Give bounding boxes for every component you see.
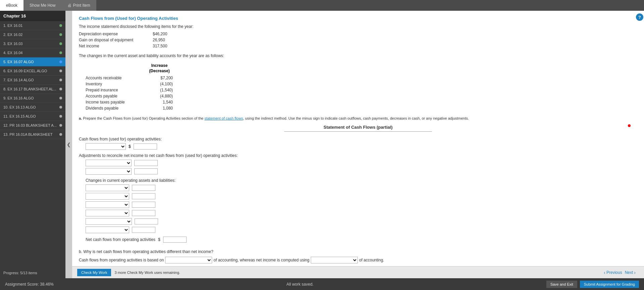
- sidebar-item-1[interactable]: 1. EX 16.01: [0, 21, 65, 30]
- increase-header: Increase(Decrease): [146, 63, 173, 74]
- table-row: Inventory (4,100): [79, 82, 637, 86]
- status-dot: [59, 133, 62, 136]
- part-b-section: b. Why is net cash flows from operating …: [79, 249, 637, 263]
- sidebar-item-label: 4. EX 16.04: [3, 51, 23, 55]
- save-exit-button[interactable]: Save and Exit: [546, 281, 577, 288]
- sidebar-item-12[interactable]: 12. PR 16.03 BLANKSHEET A...: [0, 121, 65, 130]
- content-scroll: Cash Flows from (Used for) Operating Act…: [72, 11, 644, 266]
- cash-flows-section: Cash flows from (used for) operating act…: [79, 137, 637, 150]
- adjustments-label: Adjustments to reconcile net income to n…: [79, 153, 637, 158]
- sidebar-item-3[interactable]: 3. EX 16.03: [0, 39, 65, 48]
- ebook-tab[interactable]: eBook: [0, 0, 23, 11]
- adjustments-section: Adjustments to reconcile net income to n…: [79, 153, 637, 175]
- change-row-1: Accounts receivable: [79, 184, 637, 191]
- footer-actions: Save and Exit Submit Assignment for Grad…: [546, 281, 639, 288]
- sidebar-item-6[interactable]: 6. EX 16.09 EXCEL.ALGO: [0, 67, 65, 76]
- table-row: Dividends payable 1,080: [79, 106, 637, 111]
- accounting-type-2[interactable]: cash basis accrual basis: [311, 257, 358, 263]
- net-income-row: Net income $: [79, 143, 637, 150]
- change-input-3[interactable]: [132, 202, 155, 208]
- footer: Assignment Score: 38.46% All work saved.…: [0, 278, 644, 290]
- sidebar-item-4[interactable]: 4. EX 16.04: [0, 48, 65, 57]
- instruction-text: a. Prepare the Cash Flows from (used for…: [79, 116, 637, 121]
- changes-intro: The changes in the current asset and lia…: [79, 53, 637, 58]
- footer-saved: All work saved.: [286, 282, 313, 287]
- change-input-4[interactable]: [132, 210, 155, 216]
- status-dot: [59, 70, 62, 72]
- adj-input-2[interactable]: [134, 168, 158, 174]
- change-dropdown-3[interactable]: Prepaid insurance: [86, 201, 129, 208]
- adj-dropdown-2[interactable]: Depreciation expense Gain on disposal: [86, 168, 132, 175]
- sidebar-item-label: 2. EX 16.02: [3, 33, 23, 37]
- help-icon[interactable]: ?: [636, 13, 643, 21]
- net-income-input[interactable]: [134, 143, 157, 150]
- red-dot-indicator: [628, 124, 631, 127]
- accounting-type-1[interactable]: cash basis accrual basis: [165, 257, 212, 263]
- net-cash-input[interactable]: [163, 237, 187, 243]
- sidebar-item-11[interactable]: 11. EX 16.15 ALGO: [0, 112, 65, 121]
- change-dropdown-6[interactable]: Dividends payable: [86, 226, 129, 233]
- sidebar-item-10[interactable]: 10. EX 16.13 ALGO: [0, 103, 65, 112]
- status-dot: [59, 33, 62, 36]
- change-input-2[interactable]: [132, 193, 155, 199]
- sidebar-title: Chapter 16: [0, 11, 65, 21]
- sidebar-item-13[interactable]: 13. PR 16.01A BLANKSHEET: [0, 130, 65, 139]
- status-dot: [59, 60, 62, 63]
- next-button[interactable]: Next ›: [625, 270, 636, 275]
- sidebar-item-label: 5. EX 16.07 ALGO: [3, 60, 34, 64]
- status-dot: [59, 124, 62, 127]
- net-income-dropdown[interactable]: Net income: [86, 143, 126, 150]
- score-value: 38.46%: [40, 282, 54, 287]
- change-input-6[interactable]: [132, 227, 155, 233]
- sidebar-item-label: 9. EX 16.16 ALGO: [3, 96, 34, 100]
- changes-form-label: Changes in current operating assets and …: [86, 178, 637, 183]
- sidebar-item-label: 10. EX 16.13 ALGO: [3, 105, 36, 109]
- status-dot: [59, 79, 62, 81]
- adj-row-1: Depreciation expense Gain on disposal: [79, 160, 637, 166]
- check-my-work-button[interactable]: Check My Work: [77, 269, 111, 276]
- sidebar-item-2[interactable]: 2. EX 16.02: [0, 30, 65, 39]
- nav-bar: ‹ Previous Next ›: [184, 270, 639, 275]
- chevron-right-icon: ›: [634, 270, 636, 275]
- table-row: Gain on disposal of equipment 26,950: [79, 38, 637, 42]
- section-title: Cash Flows from (Used for) Operating Act…: [79, 16, 637, 21]
- previous-button[interactable]: ‹ Previous: [604, 270, 622, 275]
- status-dot: [59, 24, 62, 27]
- show-me-how-tab[interactable]: Show Me How: [23, 0, 61, 11]
- table-row: Prepaid insurance (1,540): [79, 88, 637, 92]
- change-input-1[interactable]: [132, 185, 155, 191]
- sidebar: Chapter 16 1. EX 16.01 2. EX 16.02 3. EX…: [0, 11, 65, 278]
- submit-assignment-button[interactable]: Submit Assignment for Grading: [580, 281, 639, 288]
- sidebar-collapse-button[interactable]: ❮: [65, 11, 72, 278]
- print-icon: 🖨: [67, 3, 71, 8]
- change-input-5[interactable]: [135, 218, 158, 224]
- sidebar-item-label: 11. EX 16.15 ALGO: [3, 114, 36, 118]
- adj-dropdown-1[interactable]: Depreciation expense Gain on disposal: [86, 160, 132, 166]
- sidebar-item-7[interactable]: 7. EX 16.14 ALGO: [0, 76, 65, 85]
- statement-link[interactable]: statement of cash flows: [204, 116, 243, 120]
- change-row-2: Inventory: [79, 193, 637, 200]
- change-dropdown-5[interactable]: Income taxes payable: [86, 218, 132, 225]
- statement-divider: [284, 131, 432, 132]
- income-items-table: Depreciation expense $46,200 Gain on dis…: [79, 32, 637, 48]
- table-row: Accounts payable (4,880): [79, 94, 637, 98]
- table-row: Net income 317,500: [79, 44, 637, 48]
- adj-input-1[interactable]: [134, 160, 158, 166]
- net-cash-label: Net cash flows from operating activities: [86, 237, 155, 242]
- sidebar-item-label: 12. PR 16.03 BLANKSHEET A...: [3, 123, 57, 127]
- print-tab[interactable]: 🖨 Print Item: [61, 0, 96, 11]
- sidebar-item-label: 6. EX 16.09 EXCEL.ALGO: [3, 69, 47, 73]
- change-dropdown-4[interactable]: Accounts payable: [86, 210, 129, 216]
- top-toolbar: eBook Show Me How 🖨 Print Item: [0, 0, 644, 11]
- sidebar-item-5[interactable]: 5. EX 16.07 ALGO: [0, 57, 65, 67]
- sidebar-item-9[interactable]: 9. EX 16.16 ALGO: [0, 94, 65, 103]
- footer-score: Assignment Score: 38.46%: [5, 282, 54, 287]
- status-dot: [59, 115, 62, 118]
- changes-table: Increase(Decrease) Accounts receivable $…: [79, 63, 637, 111]
- change-row-6: Dividends payable: [79, 226, 637, 233]
- sidebar-item-label: 8. EX 16.17 BLANKSHEET.AL...: [3, 87, 56, 91]
- table-row: Depreciation expense $46,200: [79, 32, 637, 36]
- sidebar-item-8[interactable]: 8. EX 16.17 BLANKSHEET.AL...: [0, 85, 65, 94]
- change-dropdown-2[interactable]: Inventory: [86, 193, 129, 200]
- change-dropdown-1[interactable]: Accounts receivable: [86, 184, 129, 191]
